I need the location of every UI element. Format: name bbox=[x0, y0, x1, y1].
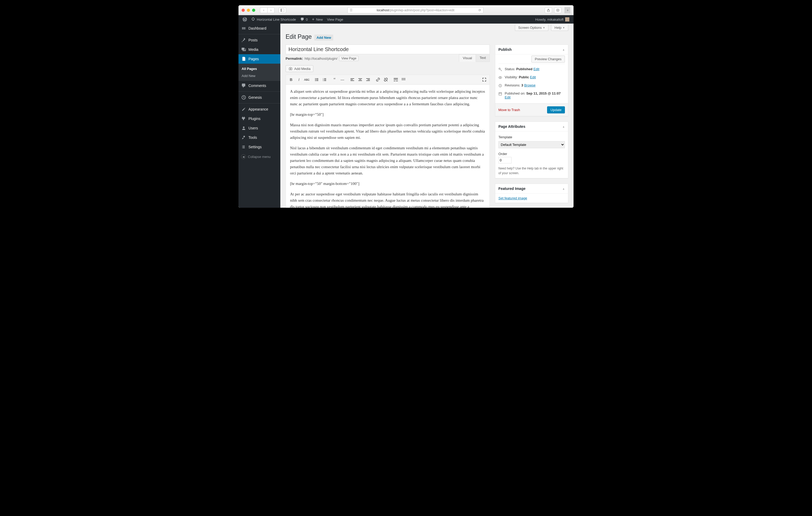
browser-url-bar[interactable]: ☰ localhost/plugin/wp-admin/post.php?pos… bbox=[347, 7, 484, 13]
screen-options-toggle[interactable]: Screen Options▼ bbox=[515, 25, 549, 31]
content-paragraph: Massa nisi non dignissim mauris maecenas… bbox=[290, 122, 485, 141]
my-account[interactable]: Howdy, mikakaltoft bbox=[533, 15, 572, 24]
howdy-text: Howdy, mikakaltoft bbox=[535, 18, 563, 22]
browser-sidebar-toggle[interactable] bbox=[279, 7, 286, 13]
add-new-page-button[interactable]: Add New bbox=[314, 34, 333, 40]
preview-button[interactable]: Preview Changes bbox=[531, 56, 565, 62]
admin-sidebar: Dashboard Posts Media Pages All Pages Ad… bbox=[238, 24, 280, 208]
menu-genesis[interactable]: Genesis bbox=[238, 91, 280, 102]
collapse-menu[interactable]: ◀ Collapse menu bbox=[238, 152, 280, 162]
strike-button[interactable]: ABC bbox=[303, 76, 311, 83]
editor-content[interactable]: A aliquet sem ultrices ut suspendisse gr… bbox=[286, 85, 490, 208]
new-tab-button[interactable]: + bbox=[564, 7, 570, 13]
link-button[interactable] bbox=[374, 76, 382, 83]
menu-pages[interactable]: Pages bbox=[238, 54, 280, 64]
menu-plugins[interactable]: Plugins bbox=[238, 114, 280, 124]
new-content-link[interactable]: + New bbox=[310, 15, 325, 24]
menu-users[interactable]: Users bbox=[238, 124, 280, 133]
menu-settings[interactable]: Settings bbox=[238, 142, 280, 152]
collapse-icon: ◀ bbox=[241, 154, 246, 159]
window-minimize[interactable] bbox=[247, 9, 250, 12]
text-tab[interactable]: Text bbox=[475, 54, 490, 61]
update-button[interactable]: Update bbox=[547, 106, 565, 113]
submenu-add-new[interactable]: Add New bbox=[238, 72, 280, 79]
edit-date-link[interactable]: Edit bbox=[505, 96, 511, 99]
italic-button[interactable]: I bbox=[295, 76, 302, 83]
menu-dashboard[interactable]: Dashboard bbox=[238, 24, 280, 33]
svg-rect-29 bbox=[394, 79, 398, 80]
browse-revisions-link[interactable]: Browse bbox=[524, 83, 535, 87]
toolbar-toggle-button[interactable] bbox=[400, 76, 407, 83]
settings-icon bbox=[241, 144, 246, 150]
window-close[interactable] bbox=[242, 9, 245, 12]
toggle-icon[interactable]: ▲ bbox=[562, 48, 565, 51]
set-featured-image-link[interactable]: Set featured image bbox=[498, 196, 527, 200]
menu-comments[interactable]: Comments bbox=[238, 81, 280, 90]
align-center-button[interactable] bbox=[356, 76, 364, 83]
featured-image-box: Featured Image ▲ Set featured image bbox=[495, 184, 568, 203]
downloads-icon[interactable] bbox=[554, 7, 561, 13]
site-name-link[interactable]: Horizontal Line Shortcode bbox=[249, 15, 298, 24]
reader-icon[interactable]: ☰ bbox=[350, 8, 353, 12]
align-left-button[interactable] bbox=[349, 76, 356, 83]
menu-media[interactable]: Media bbox=[238, 45, 280, 54]
browser-forward[interactable]: › bbox=[267, 7, 274, 13]
svg-rect-37 bbox=[404, 79, 405, 80]
calendar-icon bbox=[498, 92, 502, 97]
template-select[interactable]: Default Template bbox=[498, 141, 565, 148]
svg-point-6 bbox=[290, 68, 291, 70]
svg-rect-41 bbox=[499, 93, 502, 96]
toggle-icon[interactable]: ▲ bbox=[562, 187, 565, 190]
svg-rect-16 bbox=[324, 79, 326, 80]
add-media-button[interactable]: Add Media bbox=[286, 65, 313, 72]
bold-button[interactable]: B bbox=[287, 76, 295, 83]
view-page-button[interactable]: View Page bbox=[339, 56, 358, 61]
ol-button[interactable]: 123 bbox=[321, 76, 328, 83]
publish-box: Publish ▲ Preview Changes Status: Publis… bbox=[495, 45, 568, 116]
ul-button[interactable] bbox=[313, 76, 320, 83]
align-right-button[interactable] bbox=[365, 76, 372, 83]
key-icon bbox=[498, 67, 502, 72]
help-toggle[interactable]: Help▼ bbox=[551, 25, 568, 31]
reload-icon[interactable]: ⟳ bbox=[478, 8, 481, 12]
wp-logo[interactable] bbox=[240, 15, 249, 24]
svg-rect-31 bbox=[396, 81, 398, 81]
menu-appearance[interactable]: Appearance bbox=[238, 103, 280, 114]
menu-label: Media bbox=[249, 47, 258, 52]
attributes-help: Need help? Use the Help tab in the upper… bbox=[498, 166, 565, 175]
submenu-all-pages[interactable]: All Pages bbox=[238, 65, 280, 72]
menu-posts[interactable]: Posts bbox=[238, 34, 280, 45]
unlink-button[interactable] bbox=[382, 76, 389, 83]
edit-status-link[interactable]: Edit bbox=[533, 67, 539, 71]
browser-back[interactable]: ‹ bbox=[260, 7, 267, 13]
page-attributes-box: Page Attributes ▲ Template Default Templ… bbox=[495, 121, 568, 179]
tools-icon bbox=[241, 135, 246, 140]
svg-point-7 bbox=[315, 78, 316, 79]
content-paragraph: A aliquet sem ultrices ut suspendisse gr… bbox=[290, 88, 485, 107]
more-button[interactable] bbox=[392, 76, 400, 83]
share-icon[interactable] bbox=[545, 7, 552, 13]
move-to-trash[interactable]: Move to Trash bbox=[498, 108, 520, 112]
toggle-icon[interactable]: ▲ bbox=[562, 125, 565, 128]
svg-rect-32 bbox=[402, 78, 403, 79]
view-page-link[interactable]: View Page bbox=[325, 15, 345, 24]
quote-button[interactable]: “ bbox=[331, 76, 338, 83]
menu-tools[interactable]: Tools bbox=[238, 133, 280, 142]
edit-visibility-link[interactable]: Edit bbox=[530, 75, 536, 79]
visual-tab[interactable]: Visual bbox=[459, 54, 476, 62]
order-input[interactable] bbox=[498, 157, 512, 163]
wp-adminbar: Horizontal Line Shortcode 0 + New View P… bbox=[238, 15, 574, 24]
url-text: localhost/plugin/wp-admin/post.php?post=… bbox=[355, 8, 476, 12]
svg-text:3: 3 bbox=[323, 80, 323, 81]
comments-link[interactable]: 0 bbox=[298, 15, 310, 24]
post-title-input[interactable] bbox=[286, 45, 490, 54]
window-zoom[interactable] bbox=[252, 9, 255, 12]
camera-icon bbox=[288, 66, 293, 71]
fullscreen-button[interactable] bbox=[481, 76, 488, 83]
svg-rect-30 bbox=[394, 81, 395, 81]
svg-rect-27 bbox=[366, 80, 370, 81]
hr-button[interactable]: — bbox=[339, 76, 346, 83]
svg-rect-28 bbox=[394, 78, 398, 79]
genesis-icon bbox=[241, 95, 246, 100]
svg-rect-33 bbox=[403, 78, 404, 79]
